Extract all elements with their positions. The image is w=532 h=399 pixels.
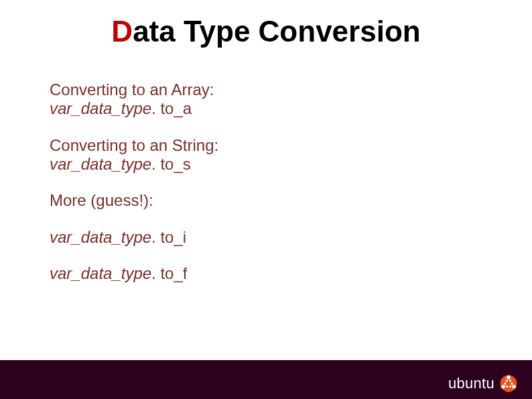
svg-point-6 bbox=[512, 385, 515, 388]
svg-point-7 bbox=[501, 385, 505, 388]
section-block: More (guess!): bbox=[50, 191, 492, 210]
code-line: var_data_type. to_i bbox=[50, 228, 492, 247]
code-method: . to_a bbox=[151, 99, 192, 117]
slide: Data Type Conversion Converting to an Ar… bbox=[0, 0, 532, 399]
ubuntu-circle-of-friends-icon bbox=[500, 375, 517, 392]
code-line: var_data_type. to_f bbox=[50, 264, 492, 283]
code-method: . to_i bbox=[151, 228, 186, 246]
content-area: Converting to an Array: var_data_type. t… bbox=[50, 80, 492, 300]
code-line: var_data_type. to_a bbox=[50, 99, 492, 118]
code-var: var_data_type bbox=[50, 155, 151, 173]
code-method: . to_f bbox=[151, 264, 187, 282]
page-title: Data Type Conversion bbox=[0, 15, 532, 48]
code-var: var_data_type bbox=[50, 99, 151, 117]
code-block: var_data_type. to_i bbox=[50, 228, 492, 247]
svg-point-5 bbox=[507, 376, 510, 379]
title-accent: D bbox=[111, 15, 133, 48]
section-label: Converting to an Array: bbox=[50, 80, 492, 99]
section-label: Converting to an String: bbox=[50, 136, 492, 155]
code-var: var_data_type bbox=[50, 264, 151, 282]
section-block: Converting to an Array: var_data_type. t… bbox=[50, 80, 492, 119]
section-block: Converting to an String: var_data_type. … bbox=[50, 136, 492, 174]
ubuntu-logo-text: ubuntu bbox=[448, 375, 494, 392]
footer-bar: ubuntu bbox=[0, 360, 532, 399]
code-method: . to_s bbox=[151, 155, 191, 173]
code-line: var_data_type. to_s bbox=[50, 155, 492, 174]
ubuntu-logo: ubuntu bbox=[448, 375, 517, 392]
title-rest: ata Type Conversion bbox=[133, 15, 421, 48]
code-var: var_data_type bbox=[50, 228, 151, 246]
code-block: var_data_type. to_f bbox=[50, 264, 492, 283]
section-label: More (guess!): bbox=[50, 191, 492, 210]
